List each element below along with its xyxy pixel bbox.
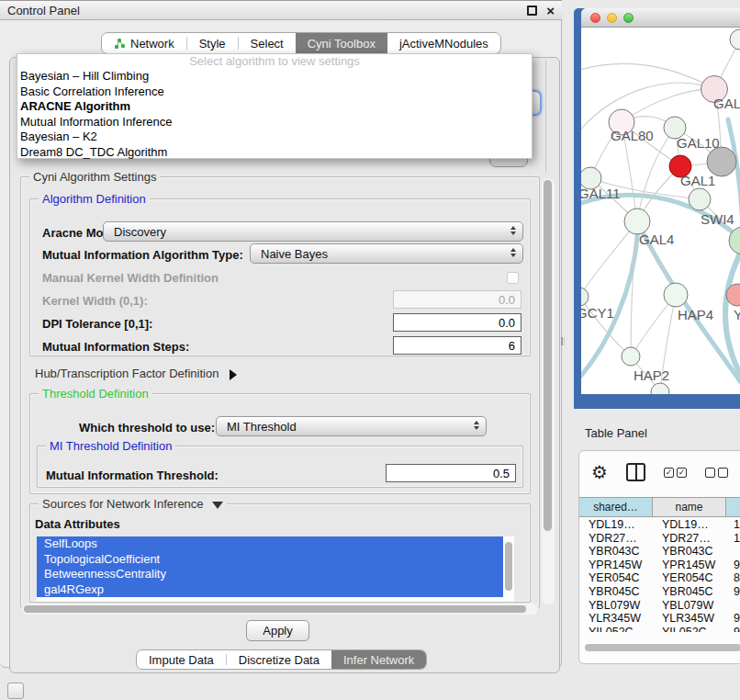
column-layout-icon[interactable] bbox=[626, 463, 645, 481]
table-panel-title: Table Panel bbox=[585, 426, 647, 440]
settings-horizontal-scrollbar-thumb[interactable] bbox=[24, 605, 526, 613]
kernel-width-input[interactable] bbox=[393, 290, 521, 309]
node-swi4[interactable] bbox=[689, 188, 711, 210]
table-row[interactable]: YDR27… YDR27… 12 bbox=[579, 532, 740, 546]
table-panel: ⚙ ✓✓ shared… name A YDL19… YDL19… 13 YDR… bbox=[578, 450, 740, 664]
control-panel-tabbar: Network Style Select Cyni Toolbox jActiv… bbox=[101, 32, 501, 54]
panel-divider-grip[interactable] bbox=[561, 337, 565, 345]
mi-threshold-input[interactable] bbox=[386, 464, 516, 482]
aracne-mode-select[interactable]: Discovery bbox=[103, 221, 523, 242]
network-window-titlebar[interactable] bbox=[581, 8, 740, 28]
tab-style-label: Style bbox=[199, 37, 226, 51]
which-threshold-select[interactable]: MI Threshold bbox=[216, 416, 487, 436]
list-item-gal4rgexp[interactable]: gal4RGexp bbox=[37, 582, 503, 598]
tab-network[interactable]: Network bbox=[102, 33, 186, 53]
node-unlabeled-bottom[interactable] bbox=[651, 383, 669, 394]
close-icon[interactable]: × bbox=[546, 6, 555, 16]
tab-infer-network[interactable]: Infer Network bbox=[331, 650, 426, 669]
dpi-tolerance-input[interactable] bbox=[393, 313, 521, 332]
cell-shared: YBL079W bbox=[579, 599, 653, 613]
table-horizontal-scrollbar[interactable] bbox=[583, 642, 740, 652]
node-gal4[interactable] bbox=[624, 209, 650, 234]
tab-impute-data-label: Impute Data bbox=[149, 653, 214, 667]
dropdown-item-aracne[interactable]: ARACNE Algorithm bbox=[17, 99, 532, 115]
list-item-selfloops[interactable]: SelfLoops bbox=[37, 536, 503, 552]
dropdown-item-dream8[interactable]: Dream8 DC_TDC Algorithm bbox=[17, 145, 532, 161]
combo-spinner-icon bbox=[474, 421, 479, 430]
tab-cyni-toolbox[interactable]: Cyni Toolbox bbox=[296, 33, 387, 53]
aracne-mode-value: Discovery bbox=[114, 225, 166, 239]
cell-name: YIL052C bbox=[653, 626, 726, 632]
tab-select-label: Select bbox=[251, 37, 284, 51]
cell-shared: YER054C bbox=[579, 571, 653, 585]
cell-value: 9. bbox=[726, 559, 740, 572]
cell-name: YBR045C bbox=[653, 585, 726, 599]
tab-jactivemnodules[interactable]: jActiveMNodules bbox=[387, 33, 500, 53]
hub-section-toggle[interactable]: Hub/Transcription Factor Definition bbox=[35, 367, 237, 380]
column-header-name[interactable]: name bbox=[653, 498, 726, 516]
tab-discretize-data-label: Discretize Data bbox=[239, 653, 320, 667]
cell-value: 12 bbox=[726, 532, 740, 546]
sources-group-title[interactable]: Sources for Network Inference bbox=[39, 497, 227, 511]
control-panel-title: Control Panel bbox=[7, 4, 80, 17]
zoom-traffic-light-icon[interactable] bbox=[623, 13, 633, 23]
node-unlabeled-top[interactable] bbox=[730, 29, 740, 50]
dropdown-item-mutual-information[interactable]: Mutual Information Inference bbox=[17, 115, 532, 130]
dropdown-item-basic-correlation[interactable]: Basic Correlation Inference bbox=[17, 85, 532, 100]
combo-spinner-icon bbox=[510, 226, 516, 235]
node-label-gal11: GAL11 bbox=[581, 186, 621, 201]
attributes-list-scrollbar[interactable] bbox=[503, 536, 514, 602]
node-label-pink-right: Y bbox=[734, 307, 740, 322]
node-gcy1[interactable] bbox=[581, 288, 589, 306]
cell-name: YDL19… bbox=[653, 518, 726, 532]
minimized-panel-icon[interactable] bbox=[7, 683, 24, 699]
tab-impute-data[interactable]: Impute Data bbox=[137, 650, 226, 669]
settings-vertical-scrollbar-thumb[interactable] bbox=[544, 180, 552, 531]
apply-button[interactable]: Apply bbox=[246, 620, 309, 641]
mi-type-label: Mutual Information Algorithm Type: bbox=[42, 248, 243, 262]
panel-inner-border bbox=[545, 61, 546, 173]
list-item-topologicalcoefficient[interactable]: TopologicalCoefficient bbox=[37, 552, 503, 568]
column-header-shared-name[interactable]: shared… bbox=[579, 498, 653, 516]
tab-select[interactable]: Select bbox=[239, 33, 296, 53]
manual-kernel-checkbox[interactable] bbox=[507, 272, 519, 284]
table-row[interactable]: YER054C YER054C 8. bbox=[579, 571, 740, 585]
tab-style[interactable]: Style bbox=[187, 33, 238, 53]
node-hap2[interactable] bbox=[622, 347, 640, 366]
table-row[interactable]: YBR043C YBR043C bbox=[579, 545, 740, 559]
cell-name: YPR145W bbox=[653, 559, 726, 572]
table-row[interactable]: YIL052C YIL052C 9 bbox=[579, 626, 740, 632]
cell-shared: YPR145W bbox=[579, 559, 653, 572]
combo-spinner-icon bbox=[510, 248, 516, 257]
dropdown-item-bayesian-hill-climbing[interactable]: Bayesian – Hill Climbing bbox=[17, 69, 532, 85]
table-row[interactable]: YBR045C YBR045C 9. bbox=[579, 585, 740, 599]
tab-discretize-data[interactable]: Discretize Data bbox=[227, 650, 331, 669]
gear-icon[interactable]: ⚙ bbox=[591, 463, 608, 481]
mi-steps-label: Mutual Information Steps: bbox=[42, 340, 189, 354]
bottom-tabbar: Impute Data Discretize Data Infer Networ… bbox=[136, 649, 427, 670]
node-label-gcy1: GCY1 bbox=[581, 305, 614, 321]
dropdown-item-bayesian-k2[interactable]: Bayesian – K2 bbox=[17, 130, 532, 145]
kernel-width-label: Kernel Width (0,1): bbox=[42, 294, 148, 308]
table-row[interactable]: YPR145W YPR145W 9. bbox=[579, 559, 740, 572]
table-row[interactable]: YDL19… YDL19… 13 bbox=[579, 518, 740, 532]
settings-group-title: Cyni Algorithm Settings bbox=[29, 170, 160, 184]
table-row[interactable]: YBL079W YBL079W bbox=[579, 599, 740, 613]
algorithm-definition-title: Algorithm Definition bbox=[39, 192, 150, 206]
column-header-partial[interactable]: A bbox=[726, 498, 740, 516]
mi-steps-input[interactable] bbox=[393, 336, 521, 355]
float-window-icon[interactable] bbox=[527, 6, 537, 16]
minimize-traffic-light-icon[interactable] bbox=[607, 13, 617, 23]
list-item-betweennesscentrality[interactable]: BetweennessCentrality bbox=[37, 567, 503, 582]
network-canvas[interactable]: GAL2 GAL80 GAL10 GAL1 GAL11 SWI4 GAL4 GC… bbox=[581, 28, 740, 394]
close-traffic-light-icon[interactable] bbox=[590, 13, 600, 23]
cell-shared: YBR045C bbox=[579, 585, 653, 599]
table-horizontal-scrollbar-thumb[interactable] bbox=[585, 644, 740, 651]
table-row[interactable]: YLR345W YLR345W 9. bbox=[579, 612, 740, 626]
mi-type-select[interactable]: Naive Bayes bbox=[250, 243, 523, 264]
node-label-gal10: GAL10 bbox=[677, 135, 720, 151]
select-all-columns-icon[interactable]: ✓✓ bbox=[664, 468, 687, 478]
deselect-all-columns-icon[interactable] bbox=[705, 468, 728, 478]
node-hap4[interactable] bbox=[664, 283, 688, 307]
node-label-gal1: GAL1 bbox=[680, 173, 715, 188]
